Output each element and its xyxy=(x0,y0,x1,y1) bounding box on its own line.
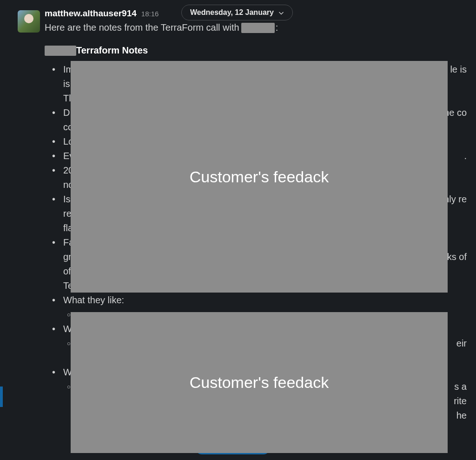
redacted-company xyxy=(45,46,76,56)
redaction-overlay: Customer's feedack xyxy=(71,61,448,293)
intro-text-prefix: Here are the notes from the TerraForm ca… xyxy=(45,20,239,35)
date-divider-pill[interactable]: Wednesday, 12 January xyxy=(181,5,293,20)
redaction-overlay: Customer's feedack xyxy=(71,312,448,453)
timestamp[interactable]: 18:16 xyxy=(141,10,159,18)
date-divider-label: Wednesday, 12 January xyxy=(190,8,274,17)
notes-title: Terraform Notes xyxy=(76,43,148,58)
overlay-label: Customer's feedack xyxy=(190,168,329,186)
username[interactable]: matthew.althauser914 xyxy=(45,8,137,19)
intro-text-suffix: : xyxy=(276,20,278,35)
avatar[interactable] xyxy=(18,10,40,33)
overlay-label: Customer's feedack xyxy=(190,373,329,392)
unread-indicator xyxy=(0,387,3,407)
chevron-down-icon xyxy=(278,10,284,15)
redacted-name xyxy=(241,23,275,33)
